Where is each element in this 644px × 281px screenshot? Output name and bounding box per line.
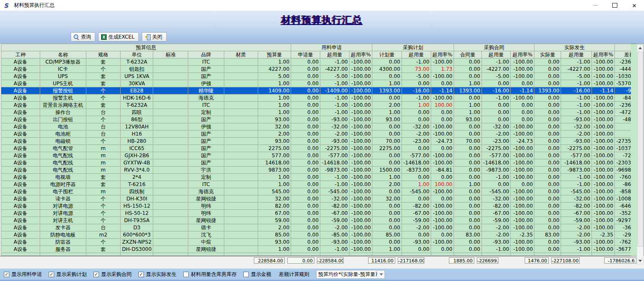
cell[interactable]: 0.00	[534, 224, 561, 231]
cell[interactable]: 1.00	[372, 174, 402, 181]
cell[interactable]: 82.00	[258, 203, 291, 210]
cell[interactable]: -100.00	[592, 217, 614, 224]
cell[interactable]: -100.00	[349, 123, 372, 131]
cell[interactable]: 1.00	[454, 181, 482, 188]
cell[interactable]: 1393.00	[372, 87, 402, 95]
checked-checkbox-icon[interactable]	[138, 272, 144, 277]
cell[interactable]: -5.00	[561, 73, 592, 80]
cell[interactable]: 0.00	[534, 138, 561, 145]
cell[interactable]: 0.00	[534, 116, 561, 123]
cell[interactable]: 报警主机	[40, 95, 86, 102]
cell[interactable]: 台	[86, 131, 121, 138]
cell[interactable]: 电源时序器	[40, 181, 86, 188]
cell[interactable]: -59.00	[320, 217, 350, 224]
cell[interactable]: -24.73	[431, 138, 454, 145]
cell[interactable]: 0.00	[482, 102, 511, 109]
cell[interactable]: 1.00	[402, 102, 431, 109]
cell[interactable]: GJXH-2B6	[121, 152, 153, 159]
cell[interactable]	[224, 210, 258, 217]
cell[interactable]: -82.00	[402, 203, 431, 210]
cell[interactable]: -100.00	[511, 66, 534, 73]
cell[interactable]: -100.00	[349, 167, 372, 174]
cell[interactable]: -1.14	[431, 87, 454, 95]
cell[interactable]: 国产	[188, 116, 224, 123]
cell[interactable]: 1.00	[454, 109, 482, 116]
cell[interactable]	[153, 203, 188, 210]
column-header[interactable]: 超用量	[402, 51, 431, 58]
cell[interactable]	[153, 138, 188, 145]
cell[interactable]: -82.00	[561, 203, 592, 210]
cell[interactable]: -100.00	[592, 239, 614, 246]
cell[interactable]: ZXZN-NPS2	[121, 239, 153, 246]
cell[interactable]: -100.00	[592, 195, 614, 203]
cell[interactable]: -2.35	[592, 231, 614, 239]
scrollbar-thumb[interactable]	[637, 52, 643, 247]
cell[interactable]	[224, 246, 258, 253]
cell[interactable]: UPS 1KVA	[121, 73, 153, 80]
cell[interactable]: 0.00	[402, 174, 431, 181]
cell[interactable]: -24.73	[511, 138, 534, 145]
column-header[interactable]: 标准	[153, 51, 188, 58]
cell[interactable]: 0.00	[511, 102, 534, 109]
cell[interactable]: 0.00	[372, 239, 402, 246]
cell[interactable]: -100.00	[592, 188, 614, 195]
cell[interactable]: 1.00	[258, 58, 291, 66]
cell[interactable]: m	[86, 188, 121, 195]
cell[interactable]: A设备	[1, 102, 40, 109]
cell[interactable]: -59.00	[482, 217, 511, 224]
cell[interactable]: 0.00	[372, 224, 402, 231]
cell[interactable]: -2.00	[482, 231, 511, 239]
cell[interactable]: -100.00	[349, 131, 372, 138]
cell[interactable]	[153, 195, 188, 203]
cell[interactable]: A设备	[1, 224, 40, 231]
cell[interactable]: 32.00	[372, 195, 402, 203]
cell[interactable]: 伊顿	[188, 80, 224, 87]
cell[interactable]: 台	[86, 109, 121, 116]
cell[interactable]: 0.00	[534, 188, 561, 195]
cell[interactable]: 0.00	[454, 159, 482, 167]
cell[interactable]: -9873.00	[561, 167, 592, 174]
cell[interactable]: 0.00	[291, 203, 320, 210]
cell[interactable]: T-6216	[121, 181, 153, 188]
cell[interactable]: -100.00	[592, 152, 614, 159]
cell[interactable]: -14618.00	[320, 159, 350, 167]
cell[interactable]: -100.00	[592, 167, 614, 174]
cell[interactable]: 0.00	[534, 210, 561, 217]
cell[interactable]: 0.00	[431, 174, 454, 181]
cell[interactable]: -100.00	[349, 188, 372, 195]
cell[interactable]: 0.00	[534, 80, 561, 87]
column-header[interactable]: 超用量	[561, 51, 592, 58]
cell[interactable]: 0.00	[454, 195, 482, 203]
cell[interactable]: -2.00	[561, 131, 592, 138]
cell[interactable]: -100.00	[349, 58, 372, 66]
cell[interactable]: A设备	[1, 246, 40, 253]
cell[interactable]: -100.00	[431, 73, 454, 80]
cell[interactable]: 93.00	[258, 116, 291, 123]
cell[interactable]: -16.00	[561, 87, 592, 95]
cell[interactable]: 精华隆	[188, 87, 224, 95]
cell[interactable]: 0.00	[372, 95, 402, 102]
cell[interactable]: -100.00	[511, 195, 534, 203]
cell[interactable]: -100.00	[511, 246, 534, 253]
cell[interactable]: -545.00	[561, 188, 592, 195]
cell[interactable]: 个	[86, 138, 121, 145]
cell[interactable]: -100.00	[592, 181, 614, 188]
checkbox-show-amount[interactable]: 显示金额	[243, 271, 271, 278]
cell[interactable]: 0.00	[534, 145, 561, 152]
cell[interactable]	[153, 102, 188, 109]
cell[interactable]: 0.00	[454, 217, 482, 224]
scroll-up-button[interactable]	[637, 45, 643, 51]
cell[interactable]: -1.00	[561, 95, 592, 102]
cell[interactable]: 沈飞	[188, 231, 224, 239]
cell[interactable]: -100.00	[431, 152, 454, 159]
cell[interactable]: -100.00	[349, 116, 372, 123]
cell[interactable]: -100.00	[349, 246, 372, 253]
cell[interactable]: -100.00	[592, 203, 614, 210]
cell[interactable]: 9873.00	[258, 167, 291, 174]
query-button[interactable]: 查询	[71, 32, 95, 42]
cell[interactable]: -4227.00	[320, 66, 350, 73]
cell[interactable]: 电气配管	[40, 145, 86, 152]
cell[interactable]: ITC	[188, 181, 224, 188]
cell[interactable]: A设备	[1, 195, 40, 203]
cell[interactable]	[153, 87, 188, 95]
